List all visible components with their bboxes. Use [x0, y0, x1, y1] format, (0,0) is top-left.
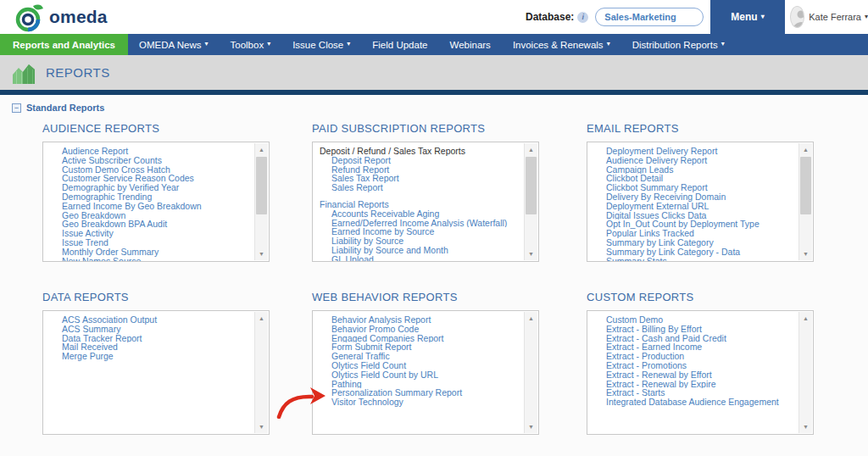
- report-link-accounts-receivable-aging[interactable]: Accounts Receivable Aging: [313, 209, 523, 219]
- report-link-demographic-trending[interactable]: Demographic Trending: [43, 192, 253, 202]
- report-link-issue-trend[interactable]: Issue Trend: [43, 238, 253, 247]
- scroll-down-icon[interactable]: ▼: [799, 247, 812, 260]
- scrollbar[interactable]: ▲▼: [254, 143, 268, 260]
- report-link-summary-stats[interactable]: Summary Stats: [587, 257, 798, 262]
- database-input[interactable]: [595, 8, 704, 26]
- nav-tab-issue-close[interactable]: Issue Close▾: [281, 34, 361, 55]
- standard-reports-toggle[interactable]: − Standard Reports: [12, 103, 104, 113]
- report-link-popular-links-tracked[interactable]: Popular Links Tracked: [587, 229, 798, 238]
- report-link-olytics-field-count-by-url[interactable]: Olytics Field Count by URL: [313, 370, 523, 380]
- scrollbar[interactable]: ▲▼: [524, 143, 537, 260]
- report-link-custom-demo-cross-hatch[interactable]: Custom Demo Cross Hatch: [43, 165, 253, 175]
- report-link-data-tracker-report[interactable]: Data Tracker Report: [43, 334, 253, 343]
- omeda-logo[interactable]: omeda: [14, 1, 108, 33]
- scrollbar-thumb[interactable]: [526, 157, 537, 214]
- scroll-up-icon[interactable]: ▲: [255, 312, 268, 325]
- report-link-extract-earned-income[interactable]: Extract - Earned Income: [587, 342, 798, 352]
- scrollbar[interactable]: ▲▼: [524, 312, 537, 433]
- report-link-extract-renewal-by-effort[interactable]: Extract - Renewal by Effort: [587, 370, 798, 380]
- nav-tab-reports-and-analytics[interactable]: Reports and Analytics: [0, 34, 128, 55]
- report-link-deposit-report[interactable]: Deposit Report: [313, 156, 523, 165]
- report-link-olytics-field-count[interactable]: Olytics Field Count: [313, 361, 523, 370]
- report-link-earned-deferred-income-analysis-waterfall[interactable]: Earned/Deferred Income Analysis (Waterfa…: [313, 219, 523, 228]
- nav-tab-invoices-renewals[interactable]: Invoices & Renewals▾: [502, 34, 621, 55]
- report-link-engaged-companies-report[interactable]: Engaged Companies Report: [313, 334, 523, 343]
- scroll-up-icon[interactable]: ▲: [255, 143, 268, 156]
- report-link-audience-report[interactable]: Audience Report: [43, 147, 253, 156]
- report-link-clickbot-detail[interactable]: Clickbot Detail: [587, 174, 798, 183]
- report-link-issue-activity[interactable]: Issue Activity: [43, 229, 253, 238]
- report-link-integrated-database-audience-engagement[interactable]: Integrated Database Audience Engagement: [587, 398, 798, 407]
- scroll-up-icon[interactable]: ▲: [799, 143, 812, 156]
- report-link-merge-purge[interactable]: Merge Purge: [43, 352, 253, 361]
- scrollbar[interactable]: ▲▼: [254, 312, 268, 433]
- report-link-digital-issues-clicks-data[interactable]: Digital Issues Clicks Data: [587, 211, 798, 220]
- scrollbar[interactable]: ▲▼: [798, 312, 812, 433]
- nav-tab-webinars[interactable]: Webinars: [439, 34, 502, 55]
- report-link-summary-by-link-category[interactable]: Summary by Link Category: [587, 238, 798, 247]
- nav-tab-distribution-reports[interactable]: Distribution Reports▾: [621, 34, 736, 55]
- report-link-deployment-external-url[interactable]: Deployment External URL: [587, 202, 798, 211]
- report-link-financial-reports[interactable]: Financial Reports: [313, 200, 523, 209]
- report-link-acs-summary[interactable]: ACS Summary: [43, 325, 253, 334]
- report-link-earned-income-by-geo-breakdown[interactable]: Earned Income By Geo Breakdown: [43, 202, 253, 211]
- menu-button[interactable]: Menu ▾: [710, 0, 785, 34]
- database-group: Database: i: [526, 0, 704, 34]
- scroll-down-icon[interactable]: ▼: [255, 420, 268, 433]
- user-menu[interactable]: Kate Ferrara ▾: [785, 0, 868, 34]
- report-link-sales-tax-report[interactable]: Sales Tax Report: [313, 174, 523, 183]
- nav-tab-field-update[interactable]: Field Update: [361, 34, 438, 55]
- report-link-extract-billing-by-effort[interactable]: Extract - Billing By Effort: [587, 325, 798, 334]
- report-link-extract-starts[interactable]: Extract - Starts: [587, 388, 798, 398]
- report-link-deployment-delivery-report[interactable]: Deployment Delivery Report: [587, 147, 798, 156]
- report-link-gl-upload[interactable]: GL Upload: [313, 255, 523, 262]
- scroll-down-icon[interactable]: ▼: [525, 420, 537, 433]
- report-link-opt-in-out-count-by-deployment-type[interactable]: Opt In_Out Count by Deployment Type: [587, 220, 798, 229]
- report-link-clickbot-summary-report[interactable]: Clickbot Summary Report: [587, 183, 798, 192]
- report-link-delivery-by-receiving-domain[interactable]: Delivery By Receiving Domain: [587, 192, 798, 202]
- scroll-down-icon[interactable]: ▼: [255, 247, 268, 260]
- scroll-down-icon[interactable]: ▼: [799, 420, 812, 433]
- report-link-demographic-by-verified-year[interactable]: Demographic by Verified Year: [43, 183, 253, 192]
- report-link-visitor-technology[interactable]: Visitor Technology: [313, 398, 523, 407]
- scrollbar[interactable]: ▲▼: [798, 143, 812, 260]
- report-link-extract-promotions[interactable]: Extract - Promotions: [587, 361, 798, 370]
- report-link-earned-income-by-source[interactable]: Earned Income by Source: [313, 227, 523, 236]
- report-link-pathing[interactable]: Pathing: [313, 380, 523, 389]
- scroll-up-icon[interactable]: ▲: [525, 312, 537, 325]
- report-link-audience-delivery-report[interactable]: Audience Delivery Report: [587, 156, 798, 165]
- report-link-extract-production[interactable]: Extract - Production: [587, 352, 798, 361]
- scrollbar-thumb[interactable]: [800, 157, 811, 214]
- info-icon[interactable]: i: [577, 12, 588, 23]
- report-link-acs-association-output[interactable]: ACS Association Output: [43, 315, 253, 325]
- scroll-up-icon[interactable]: ▲: [525, 143, 537, 156]
- report-link-behavior-promo-code[interactable]: Behavior Promo Code: [313, 325, 523, 334]
- report-link-geo-breakdown[interactable]: Geo Breakdown: [43, 211, 253, 220]
- report-link-active-subscriber-counts[interactable]: Active Subscriber Counts: [43, 156, 253, 165]
- chevron-down-icon: ▾: [607, 40, 610, 47]
- report-link-new-names-source[interactable]: New Names Source: [43, 257, 253, 262]
- report-link-extract-renewal-by-expire[interactable]: Extract - Renewal by Expire: [587, 380, 798, 389]
- report-link-behavior-analysis-report[interactable]: Behavior Analysis Report: [313, 315, 523, 325]
- report-link-customer-service-reason-codes[interactable]: Customer Service Reason Codes: [43, 174, 253, 183]
- report-link-mail-received[interactable]: Mail Received: [43, 342, 253, 352]
- collapse-minus-icon[interactable]: −: [12, 103, 21, 113]
- report-link-monthly-order-summary[interactable]: Monthly Order Summary: [43, 247, 253, 257]
- nav-tab-omeda-news[interactable]: OMEDA News▾: [128, 34, 220, 55]
- report-link-liability-by-source[interactable]: Liability by Source: [313, 236, 523, 246]
- scroll-up-icon[interactable]: ▲: [799, 312, 812, 325]
- scroll-down-icon[interactable]: ▼: [525, 247, 537, 260]
- report-link-extract-cash-and-paid-credit[interactable]: Extract - Cash and Paid Credit: [587, 334, 798, 343]
- report-link-refund-report[interactable]: Refund Report: [313, 165, 523, 175]
- report-link-general-traffic[interactable]: General Traffic: [313, 352, 523, 361]
- report-link-custom-demo[interactable]: Custom Demo: [587, 315, 798, 325]
- report-link-liability-by-source-and-month[interactable]: Liability by Source and Month: [313, 246, 523, 255]
- report-link-geo-breakdown-bpa-audit[interactable]: Geo Breakdown BPA Audit: [43, 220, 253, 229]
- report-link-form-submit-report[interactable]: Form Submit Report: [313, 342, 523, 352]
- scrollbar-thumb[interactable]: [256, 157, 267, 214]
- report-link-summary-by-link-category-data[interactable]: Summary by Link Category - Data: [587, 247, 798, 257]
- nav-tab-toolbox[interactable]: Toolbox▾: [220, 34, 282, 55]
- report-link-campaign-leads[interactable]: Campaign Leads: [587, 165, 798, 175]
- report-link-personalization-summary-report[interactable]: Personalization Summary Report: [313, 388, 523, 398]
- report-link-sales-report[interactable]: Sales Report: [313, 183, 523, 192]
